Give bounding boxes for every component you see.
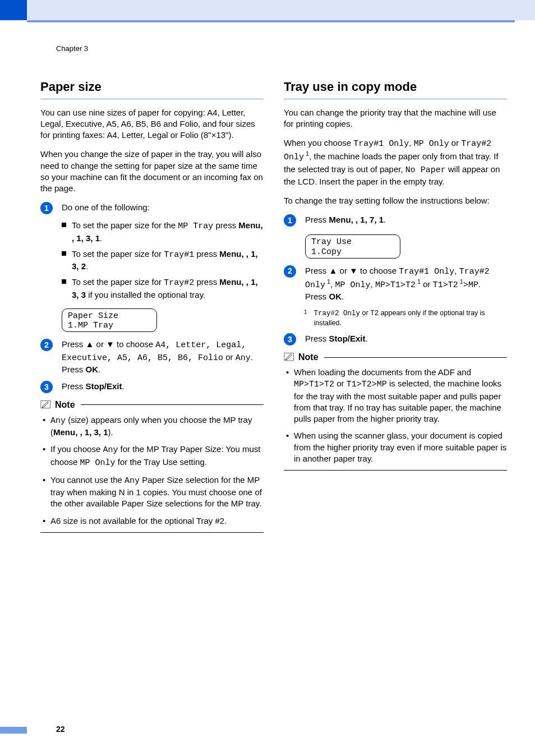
step-3: 3 Press Stop/Exit. xyxy=(40,381,264,393)
step-3: 3 Press Stop/Exit. xyxy=(284,333,507,345)
step-number-icon: 3 xyxy=(284,333,296,345)
sub-item: To set the paper size for Tray#1 press M… xyxy=(62,248,264,273)
step-1: 1 Do one of the following: xyxy=(40,202,264,214)
footnote-ref: 1 xyxy=(304,150,309,157)
section-heading-tray-use: Tray use in copy mode xyxy=(284,79,507,95)
down-triangle-icon: ▼ xyxy=(349,266,358,275)
note-label: Note xyxy=(55,399,75,411)
sub-text: To set the paper size for the MP Tray pr… xyxy=(72,220,264,244)
square-bullet-icon xyxy=(62,279,66,284)
chapter-label: Chapter 3 xyxy=(56,44,88,54)
lcd-display: Paper Size 1.MP Tray xyxy=(62,308,157,333)
section-rule xyxy=(40,99,264,99)
list-item: When loading the documents from the ADF … xyxy=(284,367,507,425)
note-pencil-icon xyxy=(40,400,52,410)
down-triangle-icon: ▼ xyxy=(106,339,114,349)
note-bottom-rule xyxy=(40,532,264,533)
page-number-accent xyxy=(0,727,27,734)
step-text: Press ▲ or ▼ to choose Tray#1 Only, Tray… xyxy=(305,265,507,303)
note-label: Note xyxy=(298,351,319,363)
footnote: 1 Tray#2 Only or T2 appears only if the … xyxy=(304,308,507,328)
section-rule xyxy=(284,99,507,99)
note-header: Note xyxy=(284,351,507,363)
step-2: 2 Press ▲ or ▼ to choose Tray#1 Only, Tr… xyxy=(284,265,507,303)
step-text: Press Menu, , 1, 7, 1. xyxy=(305,214,507,225)
right-column: Tray use in copy mode You can change the… xyxy=(284,79,507,533)
lcd-line: Paper Size xyxy=(68,311,151,321)
list-item: Any (size) appears only when you choose … xyxy=(40,414,264,439)
note-bottom-rule xyxy=(284,470,507,471)
header-rule xyxy=(27,20,515,22)
up-triangle-icon: ▲ xyxy=(86,339,94,349)
list-item: A6 size is not available for the optiona… xyxy=(40,515,264,527)
content-columns: Paper size You can use nine sizes of pap… xyxy=(40,79,507,533)
section-heading-paper-size: Paper size xyxy=(40,79,264,95)
lcd-line: 1.Copy xyxy=(311,247,394,257)
step-number-icon: 1 xyxy=(40,202,53,214)
footnote-ref: 1 xyxy=(325,278,330,285)
substeps: To set the paper size for the MP Tray pr… xyxy=(62,220,264,301)
paragraph: When you choose Tray#1 Only, MP Only or … xyxy=(284,137,507,187)
note-list: When loading the documents from the ADF … xyxy=(284,367,507,464)
paragraph: When you change the size of paper in the… xyxy=(40,149,264,194)
note-pencil-icon xyxy=(284,352,295,362)
header-band xyxy=(27,0,535,20)
left-column: Paper size You can use nine sizes of pap… xyxy=(40,79,264,533)
footnote-ref: 1 xyxy=(416,278,421,285)
note-list: Any (size) appears only when you choose … xyxy=(40,414,264,527)
lcd-line: 1.MP Tray xyxy=(68,321,151,330)
manual-page: Chapter 3 Paper size You can use nine si… xyxy=(0,0,535,756)
square-bullet-icon xyxy=(62,223,66,227)
paragraph: You can change the priority tray that th… xyxy=(284,107,507,130)
note-rule xyxy=(324,357,507,358)
square-bullet-icon xyxy=(62,251,66,256)
up-triangle-icon: ▲ xyxy=(329,266,338,275)
step-number-icon: 2 xyxy=(40,339,53,351)
corner-accent xyxy=(0,0,27,20)
step-2: 2 Press ▲ or ▼ to choose A4, Letter, Leg… xyxy=(40,339,264,375)
sub-text: To set the paper size for Tray#2 press M… xyxy=(72,276,264,301)
list-item: You cannot use the Any Paper Size select… xyxy=(40,474,264,510)
lcd-line: Tray Use xyxy=(311,237,394,247)
step-number-icon: 3 xyxy=(40,381,53,393)
step-text: Press Stop/Exit. xyxy=(62,381,264,392)
sub-text: To set the paper size for Tray#1 press M… xyxy=(72,248,264,273)
step-number-icon: 2 xyxy=(284,265,296,278)
footnote-ref: 1 xyxy=(458,278,463,285)
step-number-icon: 1 xyxy=(284,214,296,227)
list-item: If you choose Any for the MP Tray Paper … xyxy=(40,444,264,469)
step-text: Press ▲ or ▼ to choose A4, Letter, Legal… xyxy=(62,339,264,375)
note-header: Note xyxy=(40,399,264,411)
paragraph: To change the tray setting follow the in… xyxy=(284,195,507,206)
lcd-display: Tray Use 1.Copy xyxy=(305,234,400,259)
sub-item: To set the paper size for the MP Tray pr… xyxy=(62,220,264,244)
step-text: Do one of the following: xyxy=(62,202,264,213)
step-text: Press Stop/Exit. xyxy=(305,333,507,344)
sub-item: To set the paper size for Tray#2 press M… xyxy=(62,276,264,301)
list-item: When using the scanner glass, your docum… xyxy=(284,430,507,464)
page-number: 22 xyxy=(56,724,65,735)
step-1: 1 Press Menu, , 1, 7, 1. xyxy=(284,214,507,227)
footnote-number: 1 xyxy=(304,308,307,328)
note-rule xyxy=(81,404,264,405)
footnote-text: Tray#2 Only or T2 appears only if the op… xyxy=(314,308,507,328)
paragraph: You can use nine sizes of paper for copy… xyxy=(40,107,264,141)
